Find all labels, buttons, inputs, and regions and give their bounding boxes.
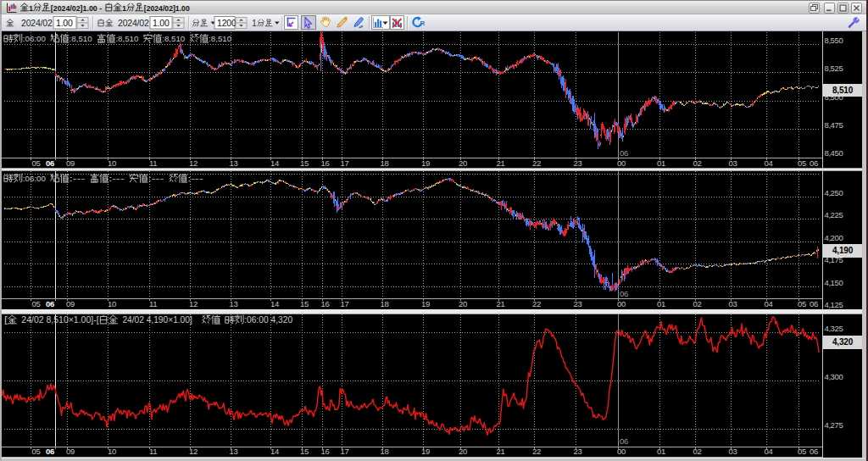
svg-text:19: 19 (421, 158, 430, 168)
svg-text:23: 23 (574, 447, 582, 456)
svg-text:00: 00 (617, 299, 626, 308)
svg-text:4,300: 4,300 (825, 372, 843, 381)
svg-text::8,510: :8,510 (115, 34, 139, 43)
svg-text:06: 06 (810, 158, 818, 168)
svg-text:4,250: 4,250 (825, 188, 843, 197)
svg-text:4,225: 4,225 (825, 210, 843, 219)
svg-text:11: 11 (149, 447, 157, 456)
svg-text:1200: 1200 (217, 18, 236, 28)
svg-text:06: 06 (810, 447, 818, 456)
svg-text::---: :--- (70, 174, 86, 183)
svg-text:4,125: 4,125 (825, 300, 843, 309)
svg-text:11: 11 (149, 299, 157, 308)
svg-text:8,450: 8,450 (825, 148, 843, 158)
svg-text:02: 02 (693, 447, 702, 456)
svg-text:11: 11 (149, 158, 157, 168)
svg-text:8,510: 8,510 (832, 86, 854, 95)
svg-text:[: [ (4, 315, 8, 325)
svg-text:10: 10 (108, 299, 116, 308)
svg-text:03: 03 (729, 447, 737, 456)
svg-text:21: 21 (497, 299, 505, 308)
svg-text::06:00 4,320: :06:00 4,320 (244, 315, 293, 325)
svg-text:05: 05 (798, 447, 806, 456)
svg-text:05: 05 (798, 158, 806, 168)
svg-text::8,510: :8,510 (162, 34, 186, 43)
svg-text:06: 06 (810, 299, 818, 308)
svg-text::---: :--- (187, 174, 203, 183)
svg-text:1: 1 (29, 3, 33, 13)
svg-text:06: 06 (46, 158, 54, 168)
svg-text:R: R (420, 19, 426, 27)
svg-text:04: 04 (765, 158, 773, 168)
svg-text:4,275: 4,275 (825, 420, 843, 430)
svg-text:00: 00 (617, 158, 626, 168)
svg-text:04: 04 (765, 447, 773, 456)
svg-text:02: 02 (693, 299, 702, 308)
svg-text:10: 10 (108, 447, 116, 456)
svg-text:14: 14 (270, 447, 279, 456)
svg-text:19: 19 (421, 299, 430, 308)
svg-text:[2024/02]1.00: [2024/02]1.00 (144, 3, 190, 13)
svg-text::06:00: :06:00 (23, 34, 47, 43)
svg-text:16: 16 (321, 158, 330, 168)
svg-text:13: 13 (230, 299, 238, 308)
svg-text:12: 12 (189, 158, 198, 168)
svg-text::06:00: :06:00 (23, 174, 47, 183)
svg-text:06: 06 (46, 447, 54, 456)
svg-text:18: 18 (381, 299, 389, 308)
svg-text:20: 20 (459, 447, 467, 456)
svg-text:05: 05 (32, 299, 41, 308)
svg-text:22: 22 (532, 158, 541, 168)
svg-text:13: 13 (230, 447, 238, 456)
svg-text:19: 19 (421, 447, 430, 456)
svg-text:4,200: 4,200 (825, 233, 843, 242)
svg-text:14: 14 (270, 158, 279, 168)
svg-text:00: 00 (617, 447, 626, 456)
svg-text:03: 03 (729, 158, 737, 168)
svg-text:16: 16 (321, 447, 330, 456)
svg-text:17: 17 (341, 299, 349, 308)
svg-text::8,510: :8,510 (209, 34, 232, 43)
svg-text:15: 15 (300, 158, 309, 168)
svg-text:01: 01 (657, 158, 665, 168)
svg-text:8,475: 8,475 (825, 120, 843, 130)
svg-text::---: :--- (108, 174, 125, 183)
svg-text:23: 23 (574, 158, 582, 168)
svg-text:06: 06 (620, 289, 628, 298)
svg-text:06: 06 (46, 299, 54, 308)
svg-text:03: 03 (729, 299, 737, 308)
svg-text:22: 22 (532, 299, 541, 308)
svg-text:05: 05 (32, 447, 41, 456)
svg-text:2024/02: 2024/02 (118, 18, 149, 28)
svg-text:24/02 4,190×1.00]: 24/02 4,190×1.00] (122, 315, 192, 325)
svg-text:06: 06 (620, 436, 628, 446)
svg-text:09: 09 (66, 299, 75, 308)
svg-text:[2024/02]1.00 -: [2024/02]1.00 - (51, 3, 102, 13)
svg-text:12: 12 (189, 447, 198, 456)
svg-text:18: 18 (381, 158, 389, 168)
svg-text:12: 12 (189, 299, 198, 308)
svg-text:8,525: 8,525 (825, 64, 843, 73)
svg-text:21: 21 (497, 158, 505, 168)
svg-text:14: 14 (270, 299, 279, 308)
svg-text::---: :--- (148, 174, 164, 183)
svg-text:15: 15 (300, 447, 309, 456)
svg-text::8,510: :8,510 (70, 34, 93, 43)
svg-text:1.00: 1.00 (153, 18, 170, 28)
svg-text:17: 17 (341, 158, 349, 168)
svg-text:1: 1 (122, 3, 126, 13)
svg-text:1: 1 (252, 18, 257, 28)
svg-text:09: 09 (66, 447, 75, 456)
svg-text:13: 13 (230, 158, 238, 168)
svg-text:20: 20 (459, 299, 467, 308)
svg-text:15: 15 (300, 299, 309, 308)
svg-text:18: 18 (381, 447, 389, 456)
svg-text:06: 06 (620, 148, 628, 158)
svg-text:4,150: 4,150 (825, 278, 843, 287)
svg-text:20: 20 (459, 158, 467, 168)
svg-text:4,190: 4,190 (832, 246, 854, 255)
svg-text:09: 09 (66, 158, 75, 168)
svg-text:01: 01 (657, 447, 665, 456)
svg-text:4,325: 4,325 (825, 324, 843, 333)
svg-text:05: 05 (798, 299, 806, 308)
